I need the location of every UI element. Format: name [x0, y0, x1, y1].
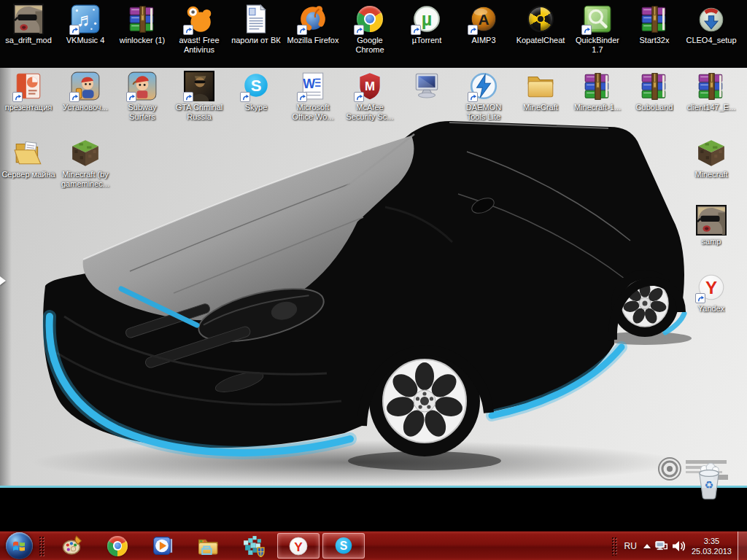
taskbar-button-windows-media-player[interactable]: [140, 532, 185, 560]
samp-icon: [696, 205, 727, 236]
quickbinder-17-icon: [582, 4, 613, 34]
desktop-icon-ustanovoch[interactable]: Установоч...: [57, 71, 114, 112]
desktop-icon-minecraft-by-gameminec[interactable]: Minecraft (by gameminec...: [57, 138, 114, 189]
taskbar-button-skype[interactable]: S: [322, 533, 365, 559]
windows-media-player-icon: [152, 534, 174, 557]
taskbar-button-paint[interactable]: [50, 532, 95, 560]
desktop-icon-server-maina[interactable]: Сервер майна: [0, 138, 57, 179]
desktop-icon-my-computer[interactable]: [398, 71, 455, 103]
tray-grip[interactable]: [611, 537, 618, 556]
skype-icon: S: [333, 535, 355, 557]
clock[interactable]: 3:35 25.03.2013: [687, 536, 738, 556]
desktop-icon-kopatelcheat[interactable]: KopatelCheat: [512, 4, 569, 45]
taskbar-button-yandex-browser[interactable]: Y: [277, 533, 320, 559]
up-arrow-icon: [643, 544, 651, 548]
ustanovoch-icon: [70, 71, 101, 101]
taskbar: Y S RU: [0, 531, 747, 560]
taskbar-button-windows-explorer[interactable]: [185, 532, 231, 560]
desktop-icon-prezentaciya[interactable]: презентация: [0, 71, 57, 112]
cuboland-icon: [639, 71, 670, 101]
minecraft-folder-icon: [525, 71, 556, 101]
desktop-icon-label: sa_drift_mod: [4, 36, 53, 45]
desktop-icon-subway-surfers[interactable]: Subway Surfers: [114, 71, 171, 122]
show-desktop-button[interactable]: [738, 532, 747, 560]
desktop-icon-label: Minecraft-1...: [573, 103, 622, 112]
desktop: ♻ sa_drift_mod ♬ VKMusic 4 winlocker (1): [0, 0, 747, 531]
taskbar-grip[interactable]: [39, 536, 45, 556]
desktop-icon-samp[interactable]: samp: [683, 205, 740, 246]
desktop-icon-label: презентация: [4, 103, 54, 112]
taskbar-button-chrome[interactable]: [95, 532, 140, 560]
desktop-icon-winlocker-1[interactable]: winlocker (1): [114, 4, 171, 45]
svg-text:M: M: [365, 79, 375, 93]
start-button[interactable]: [2, 532, 36, 560]
desktop-icon-vkmusic-4[interactable]: ♬ VKMusic 4: [57, 4, 114, 45]
google-chrome-icon: [355, 4, 385, 34]
desktop-icon-mcafee-security-scan[interactable]: M McAfee Security Sc...: [341, 71, 398, 122]
shortcut-arrow-icon: [468, 25, 478, 35]
cleo4-setup-icon: [696, 4, 727, 34]
desktop-icon-label: avast! Free Antivirus: [171, 36, 228, 55]
yandex-browser-icon: Y: [287, 535, 309, 557]
desktop-icon-label: QuickBinder 1.7: [569, 36, 626, 55]
desktop-icon-label: пароли от ВК: [230, 36, 282, 45]
chrome-icon: [107, 536, 128, 556]
shortcut-arrow-icon: [468, 92, 478, 102]
mcafee-security-scan-icon: M: [355, 71, 385, 101]
desktop-icon-start32x[interactable]: Start32x: [626, 4, 683, 45]
gta-criminal-russia-icon: [184, 71, 214, 101]
desktop-icon-label: VKMusic 4: [65, 36, 107, 45]
svg-text:µ: µ: [422, 9, 433, 29]
desktop-icon-label: Microsoft Office Wo...: [285, 103, 341, 122]
desktop-icon-aimp3[interactable]: A AIMP3: [455, 4, 512, 45]
shortcut-arrow-icon: [297, 92, 307, 102]
desktop-icon-minecraft-1-archive[interactable]: Minecraft-1...: [569, 71, 626, 112]
desktop-icon-paroli-ot-vk[interactable]: пароли от ВК: [228, 4, 285, 45]
desktop-icon-minecraft-folder[interactable]: MineCraft: [512, 71, 569, 112]
minecraft-icon: [696, 138, 727, 168]
clock-date: 25.03.2013: [692, 546, 732, 556]
desktop-icon-quickbinder-17[interactable]: QuickBinder 1.7: [569, 4, 626, 55]
desktop-icon-cuboland[interactable]: CuboLand: [626, 71, 683, 112]
subway-surfers-icon: [127, 71, 158, 101]
desktop-icon-daemon-tools-lite[interactable]: DAEMON Tools Lite: [455, 71, 512, 122]
shortcut-arrow-icon: [354, 25, 364, 35]
show-hidden-icons-arrow[interactable]: [640, 544, 654, 548]
desktop-icon-cleo4-setup[interactable]: CLEO4_setup: [683, 4, 740, 45]
desktop-icon-label: Yandex: [697, 304, 727, 314]
desktop-icon-yandex[interactable]: Y Yandex: [683, 272, 740, 314]
desktop-icon-google-chrome[interactable]: Google Chrome: [341, 4, 398, 55]
skype-icon: S: [241, 71, 271, 101]
desktop-icon-label: µTorrent: [411, 36, 444, 45]
desktop-icon-utorrent[interactable]: µ µTorrent: [398, 4, 455, 45]
language-indicator[interactable]: RU: [621, 541, 640, 551]
mozilla-firefox-icon: [298, 4, 328, 34]
desktop-icon-mozilla-firefox[interactable]: Mozilla Firefox: [285, 4, 341, 45]
shortcut-arrow-icon: [411, 25, 421, 35]
desktop-icon-gta-criminal-russia[interactable]: GTA Criminal Russia: [171, 71, 228, 122]
desktop-icon-minecraft[interactable]: Minecraft: [683, 138, 740, 179]
avast-free-antivirus-icon: [184, 4, 214, 34]
shortcut-arrow-icon: [297, 25, 307, 35]
desktop-icon-avast-free-antivirus[interactable]: avast! Free Antivirus: [171, 4, 228, 55]
desktop-icon-skype[interactable]: S Skype: [228, 71, 285, 112]
network-icon[interactable]: [654, 538, 670, 554]
desktop-icon-client147-e[interactable]: client147_E...: [683, 71, 740, 112]
desktop-icon-label: samp: [700, 237, 723, 246]
utorrent-icon: µ: [411, 4, 442, 34]
pixel-game-icon: [242, 534, 265, 557]
minecraft-by-gameminec-icon: [70, 138, 101, 168]
shortcut-arrow-icon: [69, 92, 80, 102]
desktop-icon-label: Skype: [244, 103, 269, 112]
desktop-icon-label: Google Chrome: [341, 36, 398, 55]
sa-drift-mod-icon: [13, 4, 44, 34]
desktop-icon-sa-drift-mod[interactable]: sa_drift_mod: [0, 4, 57, 45]
desktop-icon-label: CLEO4_setup: [684, 36, 738, 45]
volume-icon[interactable]: [670, 538, 687, 554]
shortcut-arrow-icon: [126, 92, 136, 102]
taskbar-button-pixel-game[interactable]: [231, 532, 276, 560]
desktop-icon-microsoft-office-word[interactable]: W Microsoft Office Wo...: [285, 71, 341, 122]
aimp3-icon: A: [468, 4, 499, 34]
paint-icon: [61, 534, 84, 557]
windows-explorer-icon: [197, 534, 220, 557]
